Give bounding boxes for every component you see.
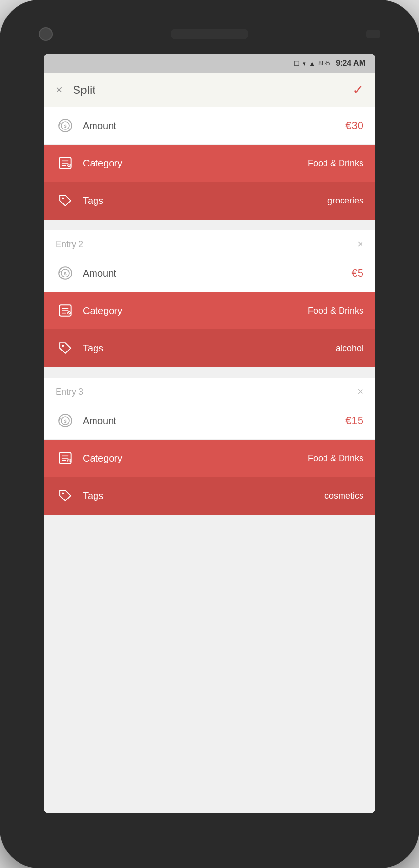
status-bar: ☐ ▾ ▲ 88% 9:24 AM: [44, 54, 375, 73]
svg-line-20: [68, 312, 70, 314]
entry-1-amount-row[interactable]: $ Amount €30: [44, 107, 375, 145]
top-bar: × Split ✓: [44, 73, 375, 107]
entry-3-tags-value: cosmetics: [324, 491, 363, 501]
svg-point-21: [62, 345, 64, 347]
entry-3-amount-row[interactable]: $ Amount €15: [44, 402, 375, 440]
entry-2-tags-label: Tags: [83, 343, 336, 354]
phone-status-icon: ☐: [294, 60, 300, 67]
svg-point-32: [62, 492, 64, 494]
camera: [39, 27, 53, 41]
phone-frame: ☐ ▾ ▲ 88% 9:24 AM × Split ✓: [0, 0, 419, 868]
entry-2-category-row[interactable]: Category Food & Drinks: [44, 292, 375, 330]
sensor: [366, 30, 380, 38]
signal-icon: ▲: [309, 60, 315, 67]
phone-top: [0, 15, 419, 54]
tags-icon: [56, 191, 75, 210]
svg-line-31: [68, 460, 70, 461]
entry-2-header: Entry 2 ×: [44, 230, 375, 255]
svg-text:$: $: [64, 418, 67, 424]
entry-3-amount-label: Amount: [83, 415, 345, 426]
wifi-icon: ▾: [303, 60, 306, 67]
speaker: [171, 29, 248, 39]
entry-1-tags-value: groceries: [327, 196, 363, 206]
entry-3-category-icon: [56, 448, 75, 468]
entry-1-tags-label: Tags: [83, 195, 327, 206]
divider-1: [44, 224, 375, 230]
entry-1-card: $ Amount €30: [44, 107, 375, 220]
entry-2-amount-row[interactable]: $ Amount €5: [44, 255, 375, 292]
entry-3-tags-icon: [56, 486, 75, 505]
status-time: 9:24 AM: [336, 59, 365, 68]
entry-1-amount-label: Amount: [83, 120, 345, 131]
entry-3-tags-label: Tags: [83, 490, 324, 501]
entry-2-tags-icon: [56, 338, 75, 358]
svg-text:$: $: [64, 271, 67, 276]
entry-1-category-label: Category: [83, 158, 308, 169]
entry-2-category-icon: [56, 301, 75, 320]
entry-2-category-value: Food & Drinks: [308, 306, 363, 316]
entry-2-close-button[interactable]: ×: [357, 238, 363, 251]
page-title: Split: [73, 83, 352, 97]
entry-3-header: Entry 3 ×: [44, 378, 375, 402]
entry-1-amount-value: €30: [345, 119, 363, 132]
entry-2-label: Entry 2: [56, 240, 83, 250]
entry-3-category-value: Food & Drinks: [308, 453, 363, 463]
entry-3-category-row[interactable]: Category Food & Drinks: [44, 440, 375, 477]
entry-2-amount-value: €5: [352, 267, 363, 279]
entry-2-amount-icon: $: [56, 263, 75, 283]
entry-2-tags-value: alcohol: [336, 343, 363, 353]
battery-level: 88%: [318, 60, 330, 67]
entry-2-card: Entry 2 × $ Amount €5: [44, 230, 375, 367]
entry-1-category-row[interactable]: Category Food & Drinks: [44, 145, 375, 182]
entry-2-tags-row[interactable]: Tags alcohol: [44, 330, 375, 367]
svg-point-10: [62, 197, 64, 199]
entry-3-amount-value: €15: [345, 414, 363, 427]
screen: ☐ ▾ ▲ 88% 9:24 AM × Split ✓: [44, 54, 375, 813]
entry-3-category-label: Category: [83, 453, 308, 464]
entry-3-card: Entry 3 × $ Amount €15: [44, 378, 375, 515]
status-icons: ☐ ▾ ▲ 88% 9:24 AM: [294, 59, 365, 68]
category-icon: [56, 153, 75, 173]
scroll-content: $ Amount €30: [44, 107, 375, 813]
entry-2-amount-label: Amount: [83, 268, 352, 279]
entry-1-category-value: Food & Drinks: [308, 158, 363, 168]
entry-3-label: Entry 3: [56, 387, 83, 397]
amount-icon: $: [56, 116, 75, 135]
entry-2-category-label: Category: [83, 305, 308, 316]
entry-3-tags-row[interactable]: Tags cosmetics: [44, 477, 375, 515]
confirm-button[interactable]: ✓: [352, 82, 363, 98]
svg-line-9: [68, 165, 70, 166]
svg-text:$: $: [64, 123, 67, 129]
divider-2: [44, 372, 375, 378]
battery-icon: 88%: [318, 60, 330, 67]
close-button[interactable]: ×: [56, 82, 63, 97]
entry-3-close-button[interactable]: ×: [357, 386, 363, 398]
entry-3-amount-icon: $: [56, 411, 75, 430]
entry-1-tags-row[interactable]: Tags groceries: [44, 182, 375, 220]
